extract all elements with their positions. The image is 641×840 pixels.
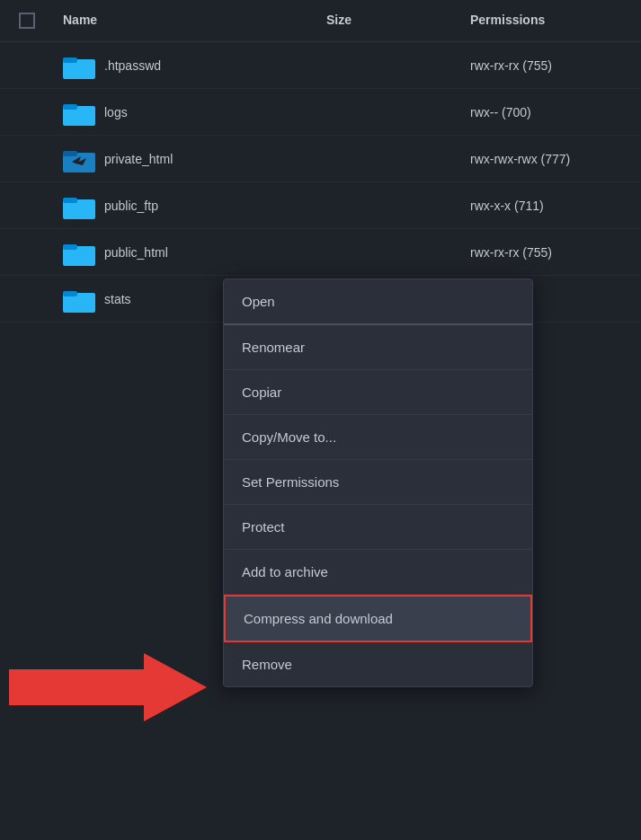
folder-icon: [63, 99, 95, 126]
row-checkbox-col: [0, 197, 54, 215]
file-name-cell: logs: [54, 90, 317, 135]
file-name: logs: [104, 105, 128, 119]
file-size-cell: [317, 103, 461, 121]
arrow-indicator: [9, 651, 207, 727]
row-checkbox-col: [0, 57, 54, 75]
file-name-cell: private_html: [54, 137, 317, 181]
context-menu-item-set-permissions[interactable]: Set Permissions: [224, 460, 532, 505]
file-permissions-cell: rwx-rwx-rwx (777): [461, 143, 641, 175]
context-menu-item-open[interactable]: Open: [224, 279, 532, 325]
arrow-right-icon: [9, 651, 207, 723]
context-menu-item-add-archive[interactable]: Add to archive: [224, 550, 532, 595]
table-row[interactable]: private_html rwx-rwx-rwx (777): [0, 136, 641, 182]
table-row[interactable]: logs rwx-- (700): [0, 89, 641, 136]
svg-rect-1: [63, 57, 77, 63]
svg-marker-12: [9, 653, 207, 721]
context-menu-item-remove[interactable]: Remove: [224, 642, 532, 686]
file-permissions-cell: rwx-rx-rx (755): [461, 49, 641, 82]
context-menu-item-compress-download[interactable]: Compress and download: [224, 595, 532, 642]
folder-icon: [63, 239, 95, 266]
svg-rect-11: [63, 291, 77, 296]
checkbox-header-col: [0, 9, 54, 32]
file-table: Name Size Permissions .htpasswd rwx-rx-r…: [0, 0, 641, 323]
name-header: Name: [54, 9, 317, 32]
select-all-checkbox[interactable]: [19, 13, 35, 29]
folder-icon: [63, 286, 95, 313]
file-name-cell: public_ftp: [54, 183, 317, 228]
folder-special-icon: [63, 146, 95, 172]
file-permissions-cell: rwx-- (700): [461, 96, 641, 128]
permissions-header: Permissions: [461, 9, 641, 32]
size-header: Size: [317, 9, 461, 32]
file-name: private_html: [104, 152, 173, 166]
row-checkbox-col: [0, 103, 54, 121]
svg-rect-3: [63, 104, 77, 110]
context-menu-item-copiar[interactable]: Copiar: [224, 370, 532, 415]
folder-icon: [63, 52, 95, 79]
svg-rect-7: [63, 198, 77, 203]
table-row[interactable]: public_html rwx-rx-rx (755): [0, 229, 641, 276]
svg-rect-5: [63, 151, 77, 156]
context-menu-item-renomear[interactable]: Renomear: [224, 325, 532, 370]
row-checkbox-col: [0, 290, 54, 308]
row-checkbox-col: [0, 243, 54, 261]
row-checkbox-col: [0, 150, 54, 168]
folder-icon: [63, 192, 95, 219]
file-permissions-cell: rwx-x-x (711): [461, 190, 641, 222]
file-name: public_html: [104, 245, 168, 260]
file-name-cell: public_html: [54, 230, 317, 275]
context-menu: Open Renomear Copiar Copy/Move to... Set…: [223, 279, 533, 687]
file-name: stats: [104, 292, 131, 306]
file-size-cell: [317, 150, 461, 168]
file-size-cell: [317, 57, 461, 75]
file-name: .htpasswd: [104, 58, 161, 73]
file-size-cell: [317, 197, 461, 215]
context-menu-item-protect[interactable]: Protect: [224, 505, 532, 550]
svg-rect-9: [63, 244, 77, 250]
context-menu-item-copy-move[interactable]: Copy/Move to...: [224, 415, 532, 460]
table-row[interactable]: .htpasswd rwx-rx-rx (755): [0, 42, 641, 89]
file-permissions-cell: rwx-rx-rx (755): [461, 236, 641, 269]
file-size-cell: [317, 243, 461, 261]
table-row[interactable]: public_ftp rwx-x-x (711): [0, 182, 641, 229]
file-name: public_ftp: [104, 199, 158, 213]
file-name-cell: .htpasswd: [54, 43, 317, 88]
table-header: Name Size Permissions: [0, 0, 641, 42]
